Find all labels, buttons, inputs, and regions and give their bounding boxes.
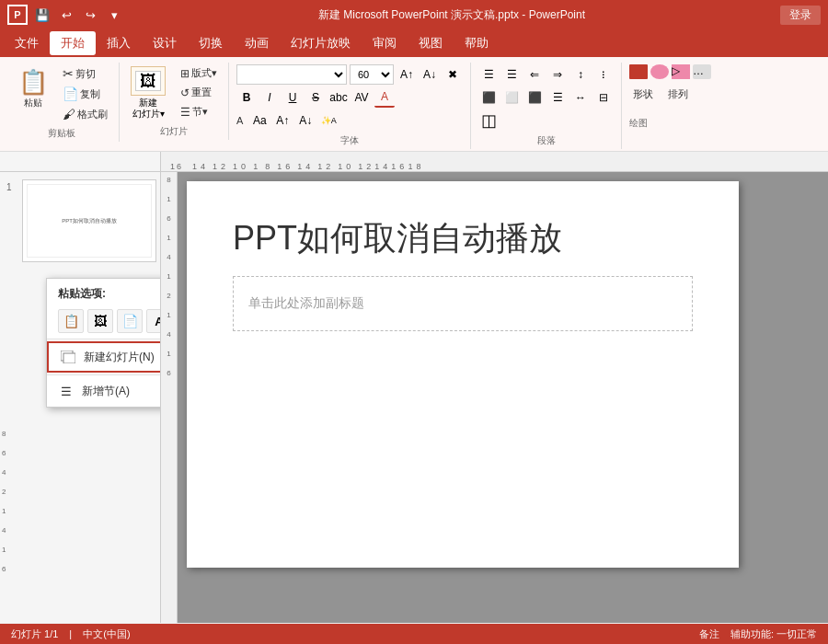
slide-canvas[interactable]: PPT如何取消自动播放 单击此处添加副标题 xyxy=(187,181,739,568)
numbered-list-button[interactable]: ☰ xyxy=(501,64,522,85)
menu-item-transitions[interactable]: 切换 xyxy=(188,31,234,55)
menu-item-insert[interactable]: 插入 xyxy=(96,31,142,55)
layout-button[interactable]: ⊞版式▾ xyxy=(177,64,221,82)
vertical-ruler: 8 1 6 1 4 1 2 1 4 1 6 xyxy=(161,172,178,623)
shape-rect[interactable] xyxy=(629,64,648,79)
font-increase-button[interactable]: A↑ xyxy=(272,110,293,131)
paste-button[interactable]: 📋 粘贴 xyxy=(11,64,55,112)
slide-subtitle-box[interactable]: 单击此处添加副标题 xyxy=(233,276,693,331)
slide-subtitle-placeholder: 单击此处添加副标题 xyxy=(248,295,364,312)
slide-title: PPT如何取消自动播放 xyxy=(233,218,693,258)
svg-rect-1 xyxy=(63,353,75,363)
menu-item-view[interactable]: 视图 xyxy=(408,31,454,55)
paste-icons-row: 📋 🖼 📄 A xyxy=(47,305,161,337)
bullet-list-button[interactable]: ☰ xyxy=(478,64,499,85)
context-menu-divider-2 xyxy=(47,374,161,375)
menu-item-design[interactable]: 设计 xyxy=(142,31,188,55)
slide-number-label: 1 xyxy=(6,182,12,192)
font-decrease-button[interactable]: A↓ xyxy=(295,110,316,131)
italic-button[interactable]: I xyxy=(259,87,280,108)
font-color-button[interactable]: A xyxy=(374,87,395,108)
menu-item-help[interactable]: 帮助 xyxy=(454,31,500,55)
paragraph-group-label: 段落 xyxy=(537,131,556,147)
customize-quick-access-button[interactable]: ▾ xyxy=(105,6,123,24)
drawing-group-label: 绘图 xyxy=(629,113,648,130)
window-title: 新建 Microsoft PowerPoint 演示文稿.pptx - Powe… xyxy=(123,7,780,23)
notes-button[interactable]: 备注 xyxy=(699,627,719,641)
new-slide-menu-icon xyxy=(60,349,76,365)
undo-button[interactable]: ↩ xyxy=(57,6,75,24)
align-right-button[interactable]: ⬛ xyxy=(524,87,545,108)
font-grow-button[interactable]: A↑ xyxy=(397,64,417,85)
font-transform-button[interactable]: ✨A xyxy=(318,110,339,131)
paste-icon-text-only[interactable]: A xyxy=(146,309,161,333)
menu-item-review[interactable]: 审阅 xyxy=(362,31,408,55)
font-group-label: 字体 xyxy=(340,131,359,147)
slides-group: 🖼 新建幻灯片▾ ⊞版式▾ ↺重置 ☰节▾ 幻灯片 xyxy=(120,63,229,140)
title-bar: P 💾 ↩ ↪ ▾ 新建 Microsoft PowerPoint 演示文稿.p… xyxy=(0,0,828,29)
clipboard-group-label: 剪贴板 xyxy=(48,123,75,140)
font-aa-button[interactable]: Aa xyxy=(249,110,270,131)
format-painter-button[interactable]: 🖌格式刷 xyxy=(59,105,111,123)
cut-button[interactable]: ✂剪切 xyxy=(59,64,111,83)
drawing-group: ▷ … 形状 排列 绘图 xyxy=(622,63,742,132)
justify-button[interactable]: ☰ xyxy=(547,87,568,108)
new-slide-menu-label: 新建幻灯片(N) xyxy=(84,350,155,365)
line-spacing-button[interactable]: ↕ xyxy=(570,64,591,85)
paste-icon-use-theme[interactable]: 🖼 xyxy=(87,309,113,333)
new-slide-menu-item[interactable]: 新建幻灯片(N) xyxy=(47,341,161,373)
shape-oval[interactable] xyxy=(650,64,669,79)
status-bar: 幻灯片 1/1 | 中文(中国) 备注 辅助功能: 一切正常 xyxy=(0,624,828,644)
decrease-indent-button[interactable]: ⇐ xyxy=(524,64,545,85)
slide-info: 幻灯片 1/1 xyxy=(11,627,58,641)
copy-button[interactable]: 📄复制 xyxy=(59,85,111,103)
font-group: 60 A↑ A↓ ✖ B I U S abc AV A A Aa xyxy=(229,63,471,149)
clear-format-button[interactable]: ✖ xyxy=(443,64,463,85)
text-shadow-button[interactable]: abc xyxy=(328,87,349,108)
reset-button[interactable]: ↺重置 xyxy=(177,84,221,101)
font-size-select[interactable]: 60 xyxy=(350,64,394,85)
new-section-menu-item[interactable]: ☰ 新增节(A) xyxy=(47,377,161,405)
columns-button[interactable]: ⫶ xyxy=(593,64,614,85)
paste-icon-picture[interactable]: 📄 xyxy=(117,309,143,333)
login-button[interactable]: 登录 xyxy=(780,6,821,25)
paragraph-group: ☰ ☰ ⇐ ⇒ ↕ ⫶ ⬛ ⬜ ⬛ ☰ ↔ ⊟ ◫ xyxy=(471,63,622,149)
app-icon: P xyxy=(7,5,28,25)
underline-button[interactable]: U xyxy=(282,87,303,108)
increase-indent-button[interactable]: ⇒ xyxy=(547,64,568,85)
ribbon: 📋 粘贴 ✂剪切 📄复制 🖌格式刷 剪贴板 xyxy=(0,57,828,152)
clipboard-group: 📋 粘贴 ✂剪切 📄复制 🖌格式刷 剪贴板 xyxy=(4,63,120,142)
menu-item-home[interactable]: 开始 xyxy=(50,31,96,55)
shape-triangle[interactable]: ▷ xyxy=(672,64,690,79)
smartart-button[interactable]: ◫ xyxy=(478,110,499,131)
text-direction-button[interactable]: ↔ xyxy=(570,87,591,108)
align-text-button[interactable]: ⊟ xyxy=(593,87,614,108)
menu-item-slideshow[interactable]: 幻灯片放映 xyxy=(280,31,362,55)
save-button[interactable]: 💾 xyxy=(33,6,52,24)
strikethrough-button[interactable]: S xyxy=(305,87,326,108)
menu-item-animations[interactable]: 动画 xyxy=(234,31,280,55)
slide-panel: 1 PPT如何取消自动播放 8 6 4 2 1 4 1 6 粘贴选项: 📋 🖼 … xyxy=(0,172,161,623)
arrange-button[interactable]: 排列 xyxy=(664,86,692,103)
horizontal-ruler: 1 6 1 4 1 2 1 0 1 8 1 6 1 4 1 2 1 0 1 2 … xyxy=(161,152,828,172)
section-button[interactable]: ☰节▾ xyxy=(177,103,221,121)
context-menu: 粘贴选项: 📋 🖼 📄 A 新建幻灯片(N) ☰ 新 xyxy=(46,278,161,408)
slide-thumbnail-1[interactable]: 1 PPT如何取消自动播放 xyxy=(22,179,156,262)
character-spacing-button[interactable]: AV xyxy=(351,87,372,108)
new-slide-button[interactable]: 🖼 新建幻灯片▾ xyxy=(127,64,169,121)
align-center-button[interactable]: ⬜ xyxy=(501,87,522,108)
menu-item-file[interactable]: 文件 xyxy=(4,31,50,55)
paste-icon-keep-source[interactable]: 📋 xyxy=(58,309,84,333)
new-section-menu-label: 新增节(A) xyxy=(82,384,130,399)
font-family-select[interactable] xyxy=(236,64,347,85)
shape-more[interactable]: … xyxy=(693,64,711,79)
align-left-button[interactable]: ⬛ xyxy=(478,87,499,108)
shapes-button[interactable]: 形状 xyxy=(629,86,657,103)
redo-button[interactable]: ↪ xyxy=(81,6,99,24)
font-shrink-button[interactable]: A↓ xyxy=(420,64,440,85)
title-bar-left: P 💾 ↩ ↪ ▾ xyxy=(7,5,123,25)
slides-group-label: 幻灯片 xyxy=(160,121,188,138)
new-section-menu-icon: ☰ xyxy=(58,383,75,399)
language-info: 中文(中国) xyxy=(83,627,130,641)
bold-button[interactable]: B xyxy=(236,87,257,108)
